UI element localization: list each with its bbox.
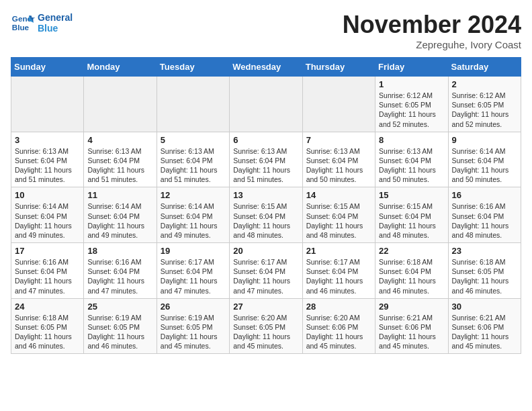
calendar-week-row: 17Sunrise: 6:16 AM Sunset: 6:04 PM Dayli… [11, 243, 521, 299]
month-title: November 2024 [343, 11, 521, 39]
calendar-cell: 10Sunrise: 6:14 AM Sunset: 6:04 PM Dayli… [11, 187, 84, 243]
day-info: Sunrise: 6:15 AM Sunset: 6:04 PM Dayligh… [233, 201, 298, 240]
day-number: 3 [15, 135, 80, 145]
calendar-cell [157, 77, 229, 132]
weekday-header: Sunday [11, 58, 84, 77]
calendar-cell: 20Sunrise: 6:17 AM Sunset: 6:04 PM Dayli… [230, 243, 302, 299]
calendar-cell: 3Sunrise: 6:13 AM Sunset: 6:04 PM Daylig… [11, 132, 84, 187]
day-number: 25 [87, 302, 152, 312]
day-number: 28 [306, 302, 371, 312]
svg-text:Blue: Blue [12, 23, 30, 32]
weekday-header: Friday [375, 58, 448, 77]
day-info: Sunrise: 6:14 AM Sunset: 6:04 PM Dayligh… [161, 201, 226, 240]
day-info: Sunrise: 6:16 AM Sunset: 6:04 PM Dayligh… [87, 257, 152, 295]
title-block: November 2024 Zepreguhe, Ivory Coast [343, 11, 521, 50]
day-number: 30 [452, 302, 517, 312]
day-info: Sunrise: 6:17 AM Sunset: 6:04 PM Dayligh… [233, 257, 298, 295]
day-number: 10 [15, 190, 80, 200]
weekday-header-row: SundayMondayTuesdayWednesdayThursdayFrid… [11, 58, 521, 77]
logo: General Blue General Blue [11, 11, 73, 35]
day-number: 17 [15, 246, 80, 256]
location: Zepreguhe, Ivory Coast [343, 39, 521, 50]
day-number: 5 [161, 135, 226, 145]
calendar-cell [230, 77, 302, 132]
day-info: Sunrise: 6:16 AM Sunset: 6:04 PM Dayligh… [15, 257, 80, 295]
day-number: 18 [87, 246, 152, 256]
weekday-header: Monday [84, 58, 157, 77]
weekday-header: Tuesday [157, 58, 229, 77]
day-info: Sunrise: 6:15 AM Sunset: 6:04 PM Dayligh… [306, 201, 371, 240]
calendar-cell: 18Sunrise: 6:16 AM Sunset: 6:04 PM Dayli… [84, 243, 157, 299]
calendar-cell: 28Sunrise: 6:20 AM Sunset: 6:06 PM Dayli… [302, 298, 375, 354]
calendar-cell: 8Sunrise: 6:13 AM Sunset: 6:04 PM Daylig… [375, 132, 448, 187]
day-info: Sunrise: 6:18 AM Sunset: 6:05 PM Dayligh… [15, 313, 80, 351]
calendar-cell: 21Sunrise: 6:17 AM Sunset: 6:04 PM Dayli… [302, 243, 375, 299]
calendar-table: SundayMondayTuesdayWednesdayThursdayFrid… [11, 57, 521, 354]
day-info: Sunrise: 6:17 AM Sunset: 6:04 PM Dayligh… [306, 257, 371, 295]
calendar-cell: 5Sunrise: 6:13 AM Sunset: 6:04 PM Daylig… [157, 132, 229, 187]
calendar-week-row: 10Sunrise: 6:14 AM Sunset: 6:04 PM Dayli… [11, 187, 521, 243]
day-info: Sunrise: 6:13 AM Sunset: 6:04 PM Dayligh… [15, 146, 80, 185]
day-number: 21 [306, 246, 371, 256]
weekday-header: Saturday [448, 58, 521, 77]
calendar-cell: 22Sunrise: 6:18 AM Sunset: 6:04 PM Dayli… [375, 243, 448, 299]
calendar-cell: 14Sunrise: 6:15 AM Sunset: 6:04 PM Dayli… [302, 187, 375, 243]
day-info: Sunrise: 6:16 AM Sunset: 6:04 PM Dayligh… [452, 201, 517, 240]
day-info: Sunrise: 6:21 AM Sunset: 6:06 PM Dayligh… [379, 313, 444, 351]
day-number: 14 [306, 190, 371, 200]
day-info: Sunrise: 6:13 AM Sunset: 6:04 PM Dayligh… [306, 146, 371, 185]
logo-blue: Blue [38, 23, 73, 34]
day-number: 22 [379, 246, 444, 256]
day-number: 1 [379, 79, 444, 89]
day-number: 29 [379, 302, 444, 312]
calendar-cell: 30Sunrise: 6:21 AM Sunset: 6:06 PM Dayli… [448, 298, 521, 354]
day-info: Sunrise: 6:21 AM Sunset: 6:06 PM Dayligh… [452, 313, 517, 351]
logo-icon: General Blue [11, 11, 35, 35]
day-number: 20 [233, 246, 298, 256]
day-number: 23 [452, 246, 517, 256]
weekday-header: Thursday [302, 58, 375, 77]
day-info: Sunrise: 6:14 AM Sunset: 6:04 PM Dayligh… [87, 201, 152, 240]
calendar-cell: 11Sunrise: 6:14 AM Sunset: 6:04 PM Dayli… [84, 187, 157, 243]
day-number: 27 [233, 302, 298, 312]
calendar-cell [84, 77, 157, 132]
calendar-week-row: 24Sunrise: 6:18 AM Sunset: 6:05 PM Dayli… [11, 298, 521, 354]
day-info: Sunrise: 6:14 AM Sunset: 6:04 PM Dayligh… [15, 201, 80, 240]
day-number: 4 [87, 135, 152, 145]
calendar-cell: 23Sunrise: 6:18 AM Sunset: 6:05 PM Dayli… [448, 243, 521, 299]
day-info: Sunrise: 6:14 AM Sunset: 6:04 PM Dayligh… [452, 146, 517, 185]
page-header: General Blue General Blue November 2024 … [11, 11, 521, 50]
calendar-week-row: 1Sunrise: 6:12 AM Sunset: 6:05 PM Daylig… [11, 77, 521, 132]
calendar-cell: 7Sunrise: 6:13 AM Sunset: 6:04 PM Daylig… [302, 132, 375, 187]
day-info: Sunrise: 6:18 AM Sunset: 6:04 PM Dayligh… [379, 257, 444, 295]
calendar-cell: 1Sunrise: 6:12 AM Sunset: 6:05 PM Daylig… [375, 77, 448, 132]
day-info: Sunrise: 6:17 AM Sunset: 6:04 PM Dayligh… [161, 257, 226, 295]
day-info: Sunrise: 6:13 AM Sunset: 6:04 PM Dayligh… [379, 146, 444, 185]
day-info: Sunrise: 6:20 AM Sunset: 6:06 PM Dayligh… [306, 313, 371, 351]
calendar-cell: 6Sunrise: 6:13 AM Sunset: 6:04 PM Daylig… [230, 132, 302, 187]
day-info: Sunrise: 6:12 AM Sunset: 6:05 PM Dayligh… [452, 91, 517, 129]
day-number: 2 [452, 79, 517, 89]
day-info: Sunrise: 6:19 AM Sunset: 6:05 PM Dayligh… [161, 313, 226, 351]
day-info: Sunrise: 6:13 AM Sunset: 6:04 PM Dayligh… [87, 146, 152, 185]
day-info: Sunrise: 6:19 AM Sunset: 6:05 PM Dayligh… [87, 313, 152, 351]
calendar-cell: 16Sunrise: 6:16 AM Sunset: 6:04 PM Dayli… [448, 187, 521, 243]
day-number: 7 [306, 135, 371, 145]
day-number: 9 [452, 135, 517, 145]
calendar-cell: 9Sunrise: 6:14 AM Sunset: 6:04 PM Daylig… [448, 132, 521, 187]
day-number: 19 [161, 246, 226, 256]
calendar-cell [11, 77, 84, 132]
day-info: Sunrise: 6:13 AM Sunset: 6:04 PM Dayligh… [233, 146, 298, 185]
calendar-cell: 17Sunrise: 6:16 AM Sunset: 6:04 PM Dayli… [11, 243, 84, 299]
calendar-cell: 4Sunrise: 6:13 AM Sunset: 6:04 PM Daylig… [84, 132, 157, 187]
calendar-cell: 2Sunrise: 6:12 AM Sunset: 6:05 PM Daylig… [448, 77, 521, 132]
calendar-cell: 26Sunrise: 6:19 AM Sunset: 6:05 PM Dayli… [157, 298, 229, 354]
calendar-cell: 24Sunrise: 6:18 AM Sunset: 6:05 PM Dayli… [11, 298, 84, 354]
calendar-cell: 13Sunrise: 6:15 AM Sunset: 6:04 PM Dayli… [230, 187, 302, 243]
day-info: Sunrise: 6:20 AM Sunset: 6:05 PM Dayligh… [233, 313, 298, 351]
weekday-header: Wednesday [230, 58, 302, 77]
day-info: Sunrise: 6:15 AM Sunset: 6:04 PM Dayligh… [379, 201, 444, 240]
calendar-cell: 29Sunrise: 6:21 AM Sunset: 6:06 PM Dayli… [375, 298, 448, 354]
day-number: 6 [233, 135, 298, 145]
day-number: 13 [233, 190, 298, 200]
